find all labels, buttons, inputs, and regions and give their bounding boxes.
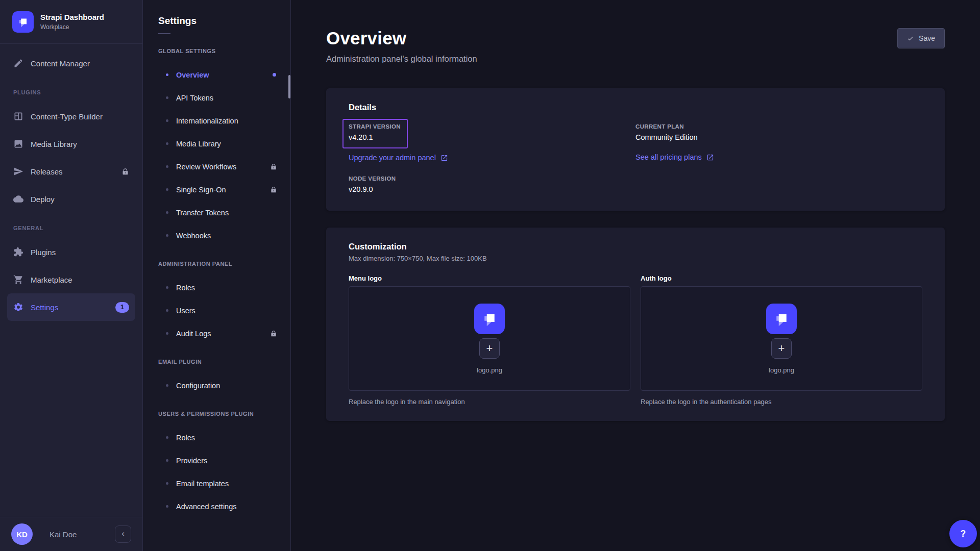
strapi-version-field: STRAPI VERSION v4.20.1: [349, 123, 401, 141]
lock-icon: [270, 186, 277, 193]
strapi-version-value: v4.20.1: [349, 133, 401, 141]
bullet-icon: [166, 119, 168, 122]
subnav-item-global-settings-review-workflows[interactable]: Review Workflows: [143, 155, 290, 178]
paper-plane-icon: [13, 166, 23, 177]
workspace-header[interactable]: Strapi Dashboard Workplace: [0, 0, 142, 44]
sidebar-item-label: Content-Type Builder: [31, 112, 103, 121]
sidebar-item-deploy[interactable]: Deploy: [7, 185, 135, 213]
subnav-item-email-plugin-configuration[interactable]: Configuration: [143, 374, 290, 397]
subnav-item-administration-panel-audit-logs[interactable]: Audit Logs: [143, 322, 290, 345]
sidebar-item-content-type-builder[interactable]: Content-Type Builder: [7, 103, 135, 130]
node-version-value: v20.9.0: [349, 185, 635, 193]
current-plan-value: Community Edition: [635, 133, 922, 141]
collapse-sidebar-button[interactable]: ‹: [115, 525, 131, 543]
app-root: Strapi Dashboard Workplace Content Manag…: [0, 0, 980, 551]
upgrade-admin-panel-link[interactable]: Upgrade your admin panel: [349, 154, 448, 162]
bullet-icon: [166, 165, 168, 168]
subnav-item-label: Single Sign-On: [176, 186, 226, 194]
subnav-section-label-global-settings: GLOBAL SETTINGS: [143, 48, 290, 54]
subnav-item-label: Advanced settings: [176, 503, 237, 511]
save-button[interactable]: Save: [897, 28, 945, 48]
bullet-icon: [166, 286, 168, 289]
help-button[interactable]: ?: [949, 520, 977, 547]
bullet-icon: [166, 482, 168, 485]
main-sidebar: Strapi Dashboard Workplace Content Manag…: [0, 0, 143, 551]
subnav-item-global-settings-transfer-tokens[interactable]: Transfer Tokens: [143, 201, 290, 224]
menu-logo-dropzone[interactable]: + logo.png: [349, 286, 630, 391]
customization-card-subtitle: Max dimension: 750×750, Max file size: 1…: [349, 255, 922, 262]
workspace-title: Strapi Dashboard: [40, 13, 104, 22]
page-header: Overview Administration panel's global i…: [326, 28, 945, 64]
sidebar-item-label: Deploy: [31, 195, 55, 204]
bullet-icon: [166, 142, 168, 145]
image-icon: [13, 139, 23, 149]
divider: [158, 33, 170, 34]
subnav-title: Settings: [143, 15, 290, 27]
gear-icon: [13, 302, 23, 312]
bullet-icon: [166, 459, 168, 462]
auth-logo-label: Auth logo: [641, 274, 922, 282]
subnav-item-global-settings-webhooks[interactable]: Webhooks: [143, 224, 290, 247]
bullet-icon: [166, 309, 168, 312]
subnav-item-administration-panel-roles[interactable]: Roles: [143, 276, 290, 299]
subnav-item-administration-panel-users[interactable]: Users: [143, 299, 290, 322]
page-title: Overview: [326, 28, 477, 48]
strapi-logo-icon: [766, 304, 797, 334]
current-plan-field: CURRENT PLAN Community Edition: [635, 123, 922, 141]
subnav-item-label: Email templates: [176, 480, 229, 488]
sidebar-item-media-library[interactable]: Media Library: [7, 130, 135, 158]
subnav-item-label: API Tokens: [176, 94, 213, 102]
puzzle-icon: [13, 247, 23, 257]
subnav-item-users-permissions-plugin-email-templates[interactable]: Email templates: [143, 472, 290, 495]
subnav-item-global-settings-single-sign-on[interactable]: Single Sign-On: [143, 178, 290, 201]
add-auth-logo-button[interactable]: +: [771, 338, 792, 359]
bullet-icon: [166, 211, 168, 214]
subnav-item-label: Users: [176, 307, 195, 315]
menu-logo-label: Menu logo: [349, 274, 630, 282]
main-content: Overview Administration panel's global i…: [291, 0, 980, 551]
pencil-icon: [13, 58, 23, 68]
bullet-icon: [166, 436, 168, 439]
subnav-item-label: Configuration: [176, 382, 220, 390]
subnav-sections: GLOBAL SETTINGSOverviewAPI TokensInterna…: [143, 48, 290, 518]
subnav-item-users-permissions-plugin-providers[interactable]: Providers: [143, 449, 290, 472]
bullet-icon: [166, 505, 168, 508]
node-version-label: NODE VERSION: [349, 176, 635, 182]
subnav-item-global-settings-overview[interactable]: Overview: [143, 63, 290, 86]
subnav-item-users-permissions-plugin-roles[interactable]: Roles: [143, 426, 290, 449]
subnav-section-label-administration-panel: ADMINISTRATION PANEL: [143, 261, 290, 267]
sidebar-item-releases[interactable]: Releases: [7, 158, 135, 185]
subnav-section-label-email-plugin: EMAIL PLUGIN: [143, 359, 290, 365]
lock-icon: [270, 330, 277, 337]
menu-logo-caption: Replace the logo in the main navigation: [349, 398, 630, 406]
subnav-item-users-permissions-plugin-advanced-settings[interactable]: Advanced settings: [143, 495, 290, 518]
sidebar-item-label: Content Manager: [31, 59, 90, 68]
strapi-logo-icon: [474, 304, 505, 334]
sidebar-item-content-manager[interactable]: Content Manager: [7, 49, 135, 77]
add-menu-logo-button[interactable]: +: [479, 338, 500, 359]
check-icon: [907, 35, 914, 42]
avatar: KD: [11, 523, 33, 545]
sidebar-item-settings[interactable]: Settings1: [7, 293, 135, 321]
subnav-item-label: Transfer Tokens: [176, 209, 229, 217]
subnav-item-label: Internationalization: [176, 117, 238, 125]
page-subtitle: Administration panel's global informatio…: [326, 54, 477, 64]
strapi-logo-icon: [12, 11, 34, 33]
sidebar-item-plugins[interactable]: Plugins: [7, 238, 135, 266]
active-page-dot: [273, 73, 276, 77]
subnav-item-global-settings-internationalization[interactable]: Internationalization: [143, 109, 290, 132]
subnav-item-label: Roles: [176, 284, 195, 292]
pricing-plans-link[interactable]: See all pricing plans: [635, 153, 714, 161]
subnav-item-global-settings-media-library[interactable]: Media Library: [143, 132, 290, 155]
auth-logo-dropzone[interactable]: + logo.png: [641, 286, 922, 391]
subnav-scrollbar-thumb[interactable]: [288, 75, 290, 98]
details-card-title: Details: [349, 103, 922, 112]
bullet-icon: [166, 73, 168, 76]
subnav-item-label: Providers: [176, 457, 207, 465]
sidebar-item-marketplace[interactable]: Marketplace: [7, 266, 135, 293]
user-footer: KD Kai Doe ‹: [0, 517, 142, 551]
bullet-icon: [166, 332, 168, 335]
external-link-icon: [440, 154, 448, 162]
subnav-item-label: Roles: [176, 434, 195, 442]
subnav-item-global-settings-api-tokens[interactable]: API Tokens: [143, 86, 290, 109]
